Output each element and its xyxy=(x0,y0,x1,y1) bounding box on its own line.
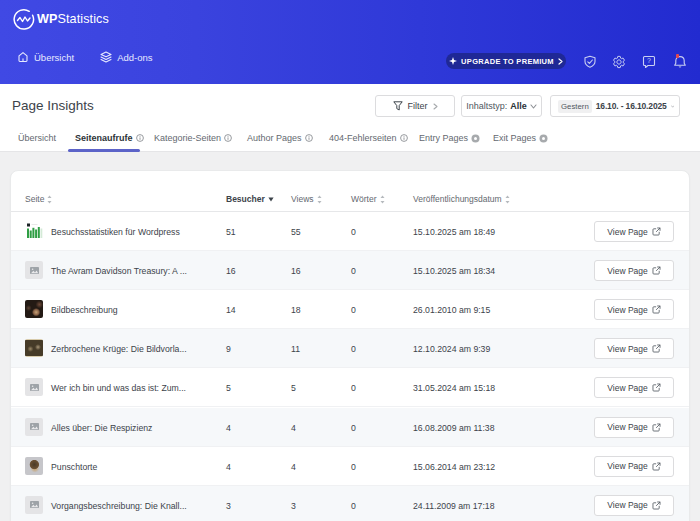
svg-text:?: ? xyxy=(647,57,651,64)
